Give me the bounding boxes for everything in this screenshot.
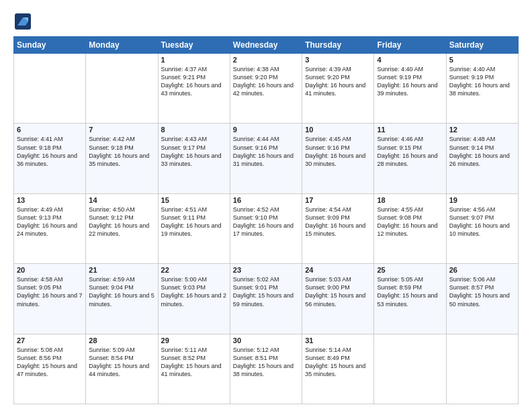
calendar-cell: 13Sunrise: 4:49 AM Sunset: 9:13 PM Dayli… [14,193,86,263]
calendar-cell: 18Sunrise: 4:55 AM Sunset: 9:08 PM Dayli… [374,193,446,263]
day-number: 12 [449,126,515,134]
calendar-cell: 4Sunrise: 4:40 AM Sunset: 9:19 PM Daylig… [374,54,446,124]
day-number: 22 [161,266,227,274]
cell-info: Sunrise: 5:03 AM Sunset: 9:00 PM Dayligh… [305,275,371,308]
day-number: 13 [17,196,83,204]
calendar-cell: 1Sunrise: 4:37 AM Sunset: 9:21 PM Daylig… [158,54,230,124]
cell-info: Sunrise: 4:43 AM Sunset: 9:17 PM Dayligh… [161,135,227,168]
week-row-4: 20Sunrise: 4:58 AM Sunset: 9:05 PM Dayli… [14,264,519,334]
week-row-5: 27Sunrise: 5:08 AM Sunset: 8:56 PM Dayli… [14,334,519,404]
cell-info: Sunrise: 4:48 AM Sunset: 9:14 PM Dayligh… [449,135,515,168]
cell-info: Sunrise: 4:54 AM Sunset: 9:09 PM Dayligh… [305,205,371,238]
week-row-1: 1Sunrise: 4:37 AM Sunset: 9:21 PM Daylig… [14,54,519,124]
calendar-cell: 30Sunrise: 5:12 AM Sunset: 8:51 PM Dayli… [230,334,302,404]
day-number: 4 [377,56,443,64]
day-number: 9 [233,126,299,134]
cell-info: Sunrise: 4:45 AM Sunset: 9:16 PM Dayligh… [305,135,371,168]
weekday-header-thursday: Thursday [302,37,374,54]
calendar-cell: 10Sunrise: 4:45 AM Sunset: 9:16 PM Dayli… [302,124,374,193]
cell-info: Sunrise: 5:09 AM Sunset: 8:54 PM Dayligh… [89,346,154,379]
calendar-cell: 22Sunrise: 5:00 AM Sunset: 9:03 PM Dayli… [158,264,230,334]
day-number: 30 [233,336,299,345]
cell-info: Sunrise: 4:55 AM Sunset: 9:08 PM Dayligh… [377,205,443,238]
day-number: 2 [233,56,299,64]
calendar-cell: 5Sunrise: 4:40 AM Sunset: 9:19 PM Daylig… [446,54,518,124]
weekday-header-row: SundayMondayTuesdayWednesdayThursdayFrid… [14,37,519,54]
cell-info: Sunrise: 5:11 AM Sunset: 8:52 PM Dayligh… [161,346,227,379]
day-number: 24 [305,266,371,274]
day-number: 11 [377,126,443,134]
day-number: 14 [89,196,154,204]
day-number: 27 [17,336,83,345]
day-number: 8 [161,126,227,134]
weekday-header-saturday: Saturday [446,37,518,54]
cell-info: Sunrise: 4:56 AM Sunset: 9:07 PM Dayligh… [449,205,515,238]
day-number: 18 [377,196,443,204]
calendar-cell: 25Sunrise: 5:05 AM Sunset: 8:59 PM Dayli… [374,264,446,334]
calendar-cell [14,54,86,124]
day-number: 28 [89,336,154,345]
calendar-cell: 27Sunrise: 5:08 AM Sunset: 8:56 PM Dayli… [14,334,86,404]
cell-info: Sunrise: 4:40 AM Sunset: 9:19 PM Dayligh… [377,65,443,98]
cell-info: Sunrise: 4:59 AM Sunset: 9:04 PM Dayligh… [89,275,154,308]
cell-info: Sunrise: 4:44 AM Sunset: 9:16 PM Dayligh… [233,135,299,168]
day-number: 17 [305,196,371,204]
calendar-cell: 26Sunrise: 5:06 AM Sunset: 8:57 PM Dayli… [446,264,518,334]
cell-info: Sunrise: 4:40 AM Sunset: 9:19 PM Dayligh… [449,65,515,98]
weekday-header-monday: Monday [86,37,158,54]
cell-info: Sunrise: 4:46 AM Sunset: 9:15 PM Dayligh… [377,135,443,168]
day-number: 1 [161,56,227,64]
calendar-cell: 29Sunrise: 5:11 AM Sunset: 8:52 PM Dayli… [158,334,230,404]
cell-info: Sunrise: 5:05 AM Sunset: 8:59 PM Dayligh… [377,275,443,308]
day-number: 7 [89,126,154,134]
calendar-cell: 24Sunrise: 5:03 AM Sunset: 9:00 PM Dayli… [302,264,374,334]
week-row-2: 6Sunrise: 4:41 AM Sunset: 9:18 PM Daylig… [14,124,519,193]
calendar-cell: 2Sunrise: 4:38 AM Sunset: 9:20 PM Daylig… [230,54,302,124]
cell-info: Sunrise: 4:52 AM Sunset: 9:10 PM Dayligh… [233,205,299,238]
calendar-cell: 16Sunrise: 4:52 AM Sunset: 9:10 PM Dayli… [230,193,302,263]
cell-info: Sunrise: 5:00 AM Sunset: 9:03 PM Dayligh… [161,275,227,308]
day-number: 15 [161,196,227,204]
weekday-header-tuesday: Tuesday [158,37,230,54]
cell-info: Sunrise: 4:50 AM Sunset: 9:12 PM Dayligh… [89,205,154,238]
calendar-cell: 3Sunrise: 4:39 AM Sunset: 9:20 PM Daylig… [302,54,374,124]
day-number: 21 [89,266,154,274]
cell-info: Sunrise: 5:14 AM Sunset: 8:49 PM Dayligh… [305,346,371,379]
calendar-cell: 17Sunrise: 4:54 AM Sunset: 9:09 PM Dayli… [302,193,374,263]
calendar-cell: 20Sunrise: 4:58 AM Sunset: 9:05 PM Dayli… [14,264,86,334]
day-number: 5 [449,56,515,64]
calendar-cell: 12Sunrise: 4:48 AM Sunset: 9:14 PM Dayli… [446,124,518,193]
calendar-cell: 31Sunrise: 5:14 AM Sunset: 8:49 PM Dayli… [302,334,374,404]
calendar-cell [446,334,518,404]
day-number: 3 [305,56,371,64]
calendar-cell: 8Sunrise: 4:43 AM Sunset: 9:17 PM Daylig… [158,124,230,193]
calendar-cell: 7Sunrise: 4:42 AM Sunset: 9:18 PM Daylig… [86,124,158,193]
cell-info: Sunrise: 5:08 AM Sunset: 8:56 PM Dayligh… [17,346,83,379]
logo-icon [13,12,32,31]
calendar-cell: 9Sunrise: 4:44 AM Sunset: 9:16 PM Daylig… [230,124,302,193]
cell-info: Sunrise: 5:06 AM Sunset: 8:57 PM Dayligh… [449,275,515,308]
day-number: 19 [449,196,515,204]
cell-info: Sunrise: 4:42 AM Sunset: 9:18 PM Dayligh… [89,135,154,168]
cell-info: Sunrise: 4:49 AM Sunset: 9:13 PM Dayligh… [17,205,83,238]
cell-info: Sunrise: 4:37 AM Sunset: 9:21 PM Dayligh… [161,65,227,98]
cell-info: Sunrise: 4:58 AM Sunset: 9:05 PM Dayligh… [17,275,83,308]
weekday-header-sunday: Sunday [14,37,86,54]
page: SundayMondayTuesdayWednesdayThursdayFrid… [0,0,532,411]
cell-info: Sunrise: 4:38 AM Sunset: 9:20 PM Dayligh… [233,65,299,98]
calendar-cell: 21Sunrise: 4:59 AM Sunset: 9:04 PM Dayli… [86,264,158,334]
cell-info: Sunrise: 4:39 AM Sunset: 9:20 PM Dayligh… [305,65,371,98]
week-row-3: 13Sunrise: 4:49 AM Sunset: 9:13 PM Dayli… [14,193,519,263]
calendar-cell [86,54,158,124]
calendar-cell: 15Sunrise: 4:51 AM Sunset: 9:11 PM Dayli… [158,193,230,263]
calendar-cell: 23Sunrise: 5:02 AM Sunset: 9:01 PM Dayli… [230,264,302,334]
cell-info: Sunrise: 4:51 AM Sunset: 9:11 PM Dayligh… [161,205,227,238]
day-number: 20 [17,266,83,274]
calendar-table: SundayMondayTuesdayWednesdayThursdayFrid… [13,36,519,404]
day-number: 23 [233,266,299,274]
day-number: 25 [377,266,443,274]
cell-info: Sunrise: 5:02 AM Sunset: 9:01 PM Dayligh… [233,275,299,308]
calendar-cell: 28Sunrise: 5:09 AM Sunset: 8:54 PM Dayli… [86,334,158,404]
day-number: 31 [305,336,371,345]
weekday-header-friday: Friday [374,37,446,54]
